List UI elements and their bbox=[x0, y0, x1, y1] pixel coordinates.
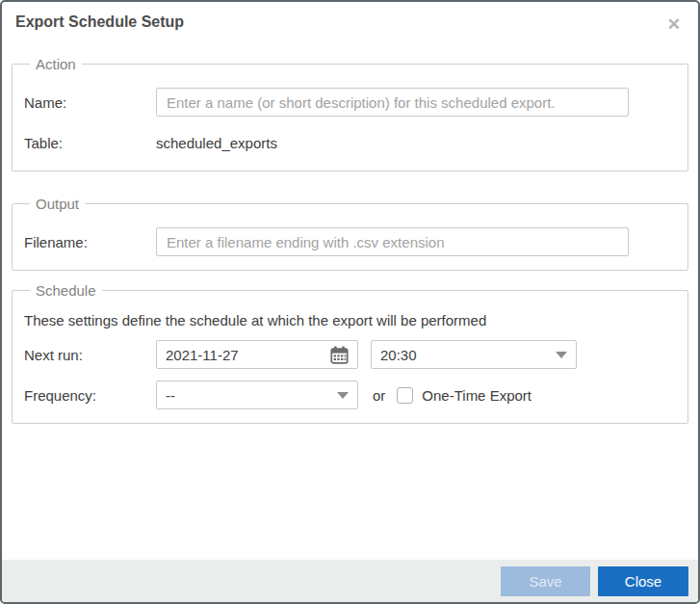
name-label: Name: bbox=[24, 94, 156, 111]
schedule-description: These settings define the schedule at wh… bbox=[24, 312, 676, 328]
schedule-section-legend: Schedule bbox=[30, 282, 102, 299]
next-run-date-input[interactable]: 2021-11-27 bbox=[156, 340, 358, 369]
action-section-legend: Action bbox=[30, 56, 82, 72]
dialog-header: Export Schedule Setup ✕ bbox=[2, 2, 698, 33]
one-time-export-checkbox[interactable] bbox=[397, 387, 413, 404]
chevron-down-icon bbox=[556, 352, 567, 358]
filename-input[interactable] bbox=[156, 227, 629, 256]
action-section: Action Name: Table: scheduled_exports bbox=[12, 56, 688, 171]
filename-row: Filename: bbox=[24, 227, 676, 256]
frequency-select[interactable]: -- bbox=[156, 381, 358, 409]
next-run-time-value: 20:30 bbox=[380, 347, 556, 363]
name-row: Name: bbox=[24, 88, 676, 117]
next-run-label: Next run: bbox=[24, 347, 156, 363]
next-run-time-select[interactable]: 20:30 bbox=[371, 340, 577, 369]
or-label: or bbox=[373, 387, 385, 404]
frequency-row: Frequency: -- or One-Time Export bbox=[24, 381, 676, 409]
chevron-down-icon bbox=[337, 392, 349, 399]
frequency-value: -- bbox=[166, 387, 337, 404]
dialog-footer: Save Close bbox=[2, 560, 698, 602]
table-row: Table: scheduled_exports bbox=[24, 128, 676, 157]
export-schedule-setup-dialog: Export Schedule Setup ✕ Action Name: Tab… bbox=[0, 0, 700, 604]
table-value: scheduled_exports bbox=[156, 135, 277, 151]
dialog-content: Action Name: Table: scheduled_exports Ou… bbox=[2, 56, 698, 424]
close-icon[interactable]: ✕ bbox=[667, 16, 681, 33]
name-input[interactable] bbox=[156, 88, 629, 117]
table-label: Table: bbox=[24, 135, 156, 151]
dialog-title: Export Schedule Setup bbox=[15, 13, 184, 31]
next-run-date-value: 2021-11-27 bbox=[166, 347, 330, 363]
output-section: Output Filename: bbox=[12, 196, 688, 271]
output-section-legend: Output bbox=[30, 196, 85, 212]
filename-label: Filename: bbox=[24, 234, 156, 250]
close-button[interactable]: Close bbox=[598, 566, 688, 596]
frequency-label: Frequency: bbox=[24, 387, 156, 404]
schedule-section: Schedule These settings define the sched… bbox=[12, 282, 688, 424]
one-time-export-label: One-Time Export bbox=[422, 387, 531, 404]
calendar-icon[interactable] bbox=[330, 346, 349, 364]
save-button[interactable]: Save bbox=[501, 566, 590, 596]
next-run-row: Next run: 2021-11-27 bbox=[24, 340, 676, 369]
